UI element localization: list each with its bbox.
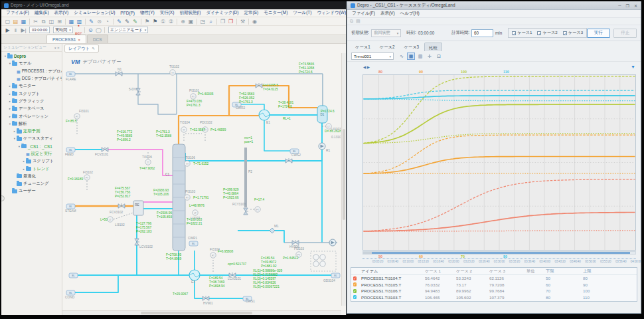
series-checkbox-icon[interactable]: ✓ [353, 295, 357, 299]
tab-ケース2[interactable]: ケース2 [376, 43, 399, 51]
chart-cursor-icon[interactable]: ▼ [631, 64, 635, 69]
case-checkbox-2[interactable]: ✓ケース2 [537, 30, 557, 36]
chart-scrollbar[interactable] [362, 251, 636, 255]
canvas-hscrollbar[interactable] [62, 310, 341, 315]
cut-icon[interactable]: ✂ [32, 17, 39, 26]
sidebar-item[interactable]: ▾Depro [1, 53, 62, 60]
panel-close-icon[interactable]: ▾ ✕ [54, 46, 60, 50]
help-icon[interactable]: ◉ [251, 17, 258, 26]
instrument-gd-d[interactable] [320, 261, 325, 266]
pfd-canvas[interactable]: レイアウト ✎ VMデプロパナイザーD1BLBLBLBLBLBLBLBLBLBL… [62, 44, 346, 315]
clock-icon[interactable]: ◔ [104, 17, 111, 26]
menu-item[interactable]: 表示(V) [378, 11, 398, 17]
sidebar-item[interactable]: ▦PROCESS1 : デプロパナイザー [1, 68, 62, 75]
copy-icon[interactable]: ⧉ [40, 17, 47, 26]
tab-dcs[interactable]: DCS [87, 35, 108, 43]
instrument-gd-c[interactable] [320, 255, 325, 260]
step-icon[interactable]: ▶| [20, 26, 27, 35]
run-button[interactable]: 実行 [587, 29, 610, 38]
menu-item[interactable]: 編集(E) [32, 10, 52, 16]
search-icon[interactable]: ⌕ [207, 17, 214, 26]
back-icon[interactable]: ⧉ [350, 19, 353, 24]
stop-circle-icon[interactable]: ◯ [95, 26, 102, 35]
flag2-icon[interactable]: ⚑ [151, 17, 159, 26]
series-checkbox-icon[interactable]: ✓ [353, 289, 357, 293]
flag1-icon[interactable]: ⚑ [143, 17, 151, 26]
edit3-icon[interactable]: ✎ [131, 17, 139, 26]
menu-item[interactable]: ツール(T) [290, 10, 314, 16]
edit2-icon[interactable]: ✎ [123, 17, 131, 26]
speed-select[interactable]: 実時間▾ [53, 27, 73, 33]
casestudy-titlebar[interactable]: Depro - _CS1/_CS1 - ケーススタディ/OmegaLand ─ … [347, 1, 641, 10]
instrument-gd-a[interactable] [313, 255, 319, 260]
menu-item[interactable]: 物性(Y) [137, 10, 157, 16]
pause-icon[interactable]: ‖ [12, 26, 19, 35]
table-row[interactable]: ✓PROCESS1.TI3103.T106.465105.602107.3798… [351, 294, 637, 301]
sidebar-item[interactable]: ▦設定と実行 [1, 150, 62, 158]
minimize-icon[interactable]: ─ [618, 3, 621, 8]
close-icon[interactable]: ✕ [634, 3, 637, 8]
series-checkbox-icon[interactable]: ✓ [353, 276, 357, 280]
table-row[interactable]: ✓PROCESS1.TI3106.T94.948389.996299.76847… [351, 288, 637, 294]
sidebar-item[interactable]: 最適化 [1, 173, 62, 180]
mode-select[interactable]: エンジニアモード▾ [108, 27, 149, 33]
doc-icon[interactable]: ▣ [187, 17, 195, 26]
menu-item[interactable]: 初期状態(I) [177, 10, 203, 16]
save-icon[interactable]: ▦ [20, 17, 27, 26]
sidebar-item[interactable]: ▸グラフィック [1, 98, 62, 105]
menu-item[interactable]: 表示(V) [52, 10, 72, 16]
power-icon[interactable]: ⊙ [87, 26, 94, 35]
bar-view-icon[interactable]: ▥ [416, 53, 424, 60]
snapshot-icon[interactable]: ⊡ [435, 53, 443, 60]
trend-select[interactable]: Trend001▾ [351, 53, 394, 60]
sidebar-item[interactable]: ▸定期予測 [1, 128, 62, 135]
link-icon[interactable]: ⊕ [179, 17, 187, 26]
window-icon[interactable]: ❐ [219, 17, 226, 26]
monitor-icon[interactable]: ◳ [199, 17, 206, 26]
tab-close-icon[interactable]: × [78, 38, 80, 42]
stop-button[interactable]: 停止 [613, 29, 637, 38]
sidebar-item[interactable]: ▸スクリプト [1, 90, 62, 97]
menu-item[interactable]: 実行(X) [157, 10, 177, 16]
sidebar-item[interactable]: ▸スクリプト [1, 158, 62, 165]
case-checkbox-3[interactable]: ✓ケース3 [563, 30, 583, 36]
wrench-icon[interactable]: ⚒ [239, 17, 246, 26]
history-icon[interactable]: ⊙ [96, 17, 103, 26]
pfd-drawing[interactable]: VMデプロパナイザーD1BLBLBLBLBLBLBLBLBLBLFTFTPTTT… [63, 53, 341, 315]
tab-ケース3[interactable]: ケース3 [400, 43, 423, 51]
menu-item[interactable]: 定常(S) [241, 10, 261, 16]
init-state-select[interactable]: 前回状態▾ [371, 29, 401, 37]
tab-process1[interactable]: PROCESS1× [46, 35, 86, 43]
export-icon[interactable]: ▤ [356, 19, 361, 24]
table-row[interactable]: ✓PROCESS1.TI3105.T76.033273.1779.7208609… [351, 282, 637, 288]
pen-blue-icon[interactable]: ✎ [88, 17, 95, 26]
sidebar-item[interactable]: ▸トレンド [1, 165, 62, 172]
menu-item[interactable]: モニター(M) [261, 10, 290, 16]
calc-time-input[interactable]: 60 [471, 29, 493, 37]
new-icon[interactable]: ▢ [4, 17, 11, 26]
menu-item[interactable]: PFD(P) [118, 11, 137, 15]
cursor-icon[interactable]: ✛ [426, 53, 434, 60]
sidebar-item[interactable]: ▦DCS : デプロパナイザー [1, 75, 62, 82]
menu-item[interactable]: ヘルプ(H) [398, 11, 422, 17]
instrument-gd-b[interactable] [313, 261, 319, 266]
num2-icon[interactable]: ② [167, 17, 175, 26]
sidebar-item[interactable]: ▾ケーススタディ [1, 135, 62, 142]
sidebar-item[interactable]: ▾解析 [1, 120, 62, 128]
edit1-icon[interactable]: ✎ [116, 17, 123, 26]
main-window-titlebar[interactable]: Depro - メインUI/OmegaLand [1, 1, 346, 9]
print-icon[interactable]: ⊞ [56, 17, 63, 26]
menu-item[interactable]: ファイル(F) [349, 11, 378, 17]
sidebar-item[interactable]: ▸モニター [1, 82, 62, 90]
menu-item[interactable]: ファイル(F) [3, 10, 32, 16]
tab-ケース1[interactable]: ケース1 [351, 43, 374, 51]
series-checkbox-icon[interactable]: ✓ [353, 282, 357, 286]
maximize-icon[interactable]: ❐ [626, 3, 629, 8]
open-icon[interactable]: ▤ [12, 17, 19, 26]
sidebar-item[interactable]: チューニング [1, 180, 62, 187]
grid-view-icon[interactable]: ▦ [407, 53, 415, 60]
close-red-icon[interactable]: ❐ [227, 17, 234, 26]
canvas-vscrollbar[interactable] [341, 53, 346, 306]
play-icon[interactable]: ▶ [4, 26, 11, 35]
sidebar-item[interactable]: ユーザー [1, 187, 62, 195]
